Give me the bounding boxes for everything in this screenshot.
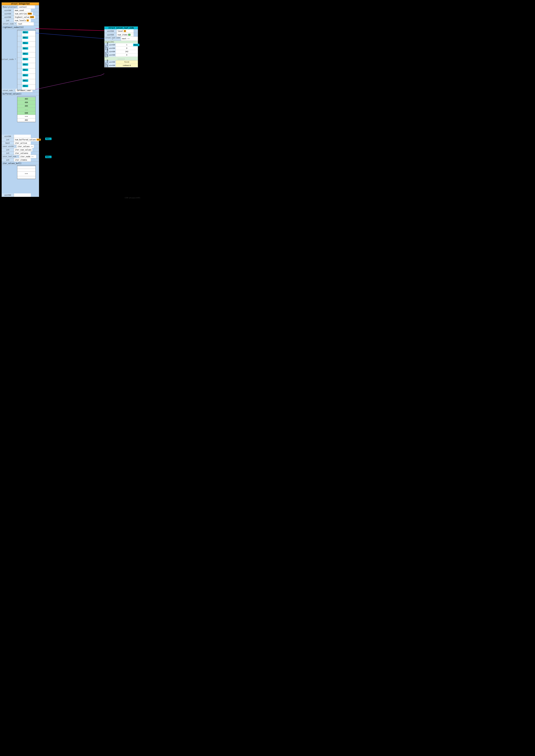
badge-highest-value: 600 xyxy=(30,16,34,18)
bv-row-483: 483 xyxy=(17,97,36,101)
type-ivb: uint64 xyxy=(2,193,14,197)
name-iter-num-values: iter_num_values xyxy=(14,148,32,151)
rn-row-7: NULL xyxy=(17,69,36,74)
svg-line-2 xyxy=(36,75,101,89)
leaf-type-next: intset_leaf_node * xyxy=(104,37,121,41)
rn-left-6 xyxy=(17,63,22,68)
rn-right-4: NULL xyxy=(22,52,36,58)
rn-row-4: NULL xyxy=(17,52,36,58)
rn-left-4 xyxy=(17,52,22,58)
svg-line-0 xyxy=(36,29,104,31)
type-num-buffered: int xyxy=(2,138,14,141)
null-iter-node: NULL xyxy=(45,156,51,158)
row-root: intset_node * root xyxy=(2,22,39,26)
items-row-last-a: uint64 first xyxy=(109,60,138,64)
rn-right-1: NULL xyxy=(22,36,36,42)
type-context: MemoryContext xyxy=(2,5,18,9)
leaf-struct: struct intset_leaf_node uint64 level 0 u… xyxy=(104,26,138,68)
items-val-last-a: first xyxy=(116,60,138,64)
bv-row-600: 600 xyxy=(17,111,36,115)
items-row-last-b: uint64 codeword xyxy=(109,64,138,67)
items-section: items[64] struct leaf_item struct leaf_i… xyxy=(104,41,138,67)
name-num-levels: num_levels 1 xyxy=(14,19,31,22)
row-ivb-type: uint64 xyxy=(2,193,39,197)
row-iter-node: intst_leaf_node * iter_node —— xyxy=(2,155,39,158)
rn-right-7: NULL xyxy=(22,69,36,73)
leaf-name-num-items: num_items 2 xyxy=(117,33,133,37)
name-bv xyxy=(14,135,31,138)
type-iter-num-values: int xyxy=(2,148,14,151)
ivb-row-2 xyxy=(17,169,36,171)
leaf-row-level: uint64 level 0 xyxy=(104,29,138,33)
bv-row-485: 485 xyxy=(17,104,36,108)
items-type-2b: uint64 xyxy=(109,53,116,57)
ivb-row-dots: ••• xyxy=(17,171,36,176)
items-inner: struct leaf_item struct leaf_item uint64… xyxy=(104,43,138,57)
items-last-group: struct leaf_item uint64 first uint64 cod… xyxy=(104,60,138,67)
name-rightmost-header: rightmost_nodes[11] xyxy=(2,26,32,29)
ivb-row-3 xyxy=(17,176,36,179)
rn-row-10: NULL xyxy=(17,84,36,90)
main-struct-title: struct IntegerSet xyxy=(2,2,39,5)
name-iter-valueno: iter_valueno xyxy=(14,152,31,155)
rn-row-2: NULL xyxy=(17,42,36,47)
items-type-last-b: uint64 xyxy=(109,64,116,67)
rn-left-5 xyxy=(17,58,22,63)
name-num-entries: num_entries 600 xyxy=(14,12,33,15)
name-iter-node: iter_node —— xyxy=(19,155,36,158)
items-row-2a: uint64 242 xyxy=(109,50,138,53)
items-val-2a: 242 xyxy=(116,50,138,53)
row-num-entries: uint64 num_entries 600 xyxy=(2,12,39,15)
rn-left-2 xyxy=(17,42,22,47)
leaf-row-num-items: uint64 num_items 2 xyxy=(104,33,138,37)
name-ivb xyxy=(14,193,31,197)
ivb-row-1 xyxy=(17,166,36,169)
type-iter-itemno: int xyxy=(2,158,14,161)
type-iter-values: const uint64 * xyxy=(2,145,16,148)
badge-num-buffered: 118 xyxy=(37,139,41,141)
buffered-values-array: 483 484 485 ... 600 ••• 482 xyxy=(17,96,36,122)
type-highest-value: uint64 xyxy=(2,15,14,19)
rightmost-nodes-array: NULL NULL NULL NULL NULL NULL NULL NULL … xyxy=(17,30,36,90)
rn-left-1 xyxy=(17,36,22,42)
badge-num-entries: 600 xyxy=(28,13,32,15)
items-header: items[64] xyxy=(104,41,138,43)
watermark: ©2EN @hipppiee001 xyxy=(125,197,140,199)
svg-line-3 xyxy=(101,73,104,75)
null-next: NULL xyxy=(133,44,139,46)
name-ivb-header: iter_values_buf[] xyxy=(2,162,32,165)
rn-row-6: NULL xyxy=(17,63,36,69)
intset-node-side-label: intset_node * xyxy=(2,58,16,60)
row-ivb-header: iter_values_buf[] xyxy=(2,162,39,165)
items-val-1b: 0 xyxy=(116,46,138,50)
rn-right-5: NULL xyxy=(22,58,36,63)
badge-level: 0 xyxy=(124,30,126,32)
items-type-1b: uint64 xyxy=(109,46,116,50)
row-mem-used: uint64 mem_used xyxy=(2,9,39,12)
name-num-buffered: num_buffered_values 118 xyxy=(14,138,39,141)
rn-right-9: NULL xyxy=(22,79,36,84)
rn-right-3: NULL xyxy=(22,47,36,52)
items-val-2b: 0 xyxy=(116,53,138,57)
label-leaf-item-2: struct leaf_item xyxy=(104,50,109,57)
rn-row-5: NULL xyxy=(17,58,36,63)
items-row-1b: uint64 0 xyxy=(109,46,138,50)
name-context: context xyxy=(18,5,35,9)
items-last-data-col: uint64 first uint64 codeword xyxy=(109,60,138,67)
rn-left-10 xyxy=(17,84,22,90)
leaf-title: struct intset_leaf_node xyxy=(104,27,138,29)
leaf-type-num-items: uint64 xyxy=(104,33,117,37)
row-iter-valueno: int iter_valueno xyxy=(2,152,39,155)
rn-left-8 xyxy=(17,74,22,79)
items-dots: ...... xyxy=(104,57,138,60)
rn-left-7 xyxy=(17,69,22,73)
leaf-type-level: uint64 xyxy=(104,29,117,33)
items-val-last-b: codeword xyxy=(116,64,138,67)
leaf-name-next: next —— xyxy=(121,37,138,41)
row-iter-active: bool iter_active xyxy=(2,141,39,145)
label-leaf-item-1: struct leaf_item xyxy=(104,43,109,50)
rn-right-8: NULL xyxy=(22,74,36,79)
rn-left-3 xyxy=(17,47,22,52)
name-iter-itemno: iter_itemno xyxy=(14,158,31,161)
row-num-levels: int num_levels 1 xyxy=(2,19,39,22)
